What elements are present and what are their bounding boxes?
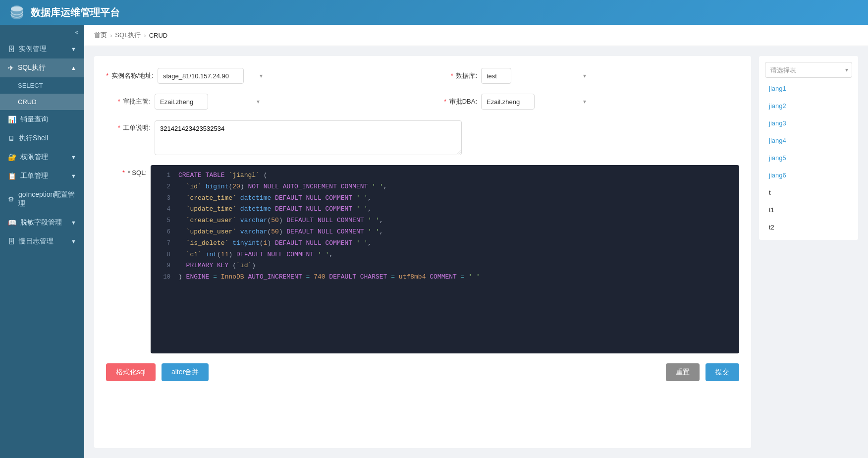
table-list-item-jiang4[interactable]: jiang4 bbox=[765, 134, 852, 147]
field-dba: * 审批DBA: Ezail.zheng bbox=[433, 94, 739, 110]
sidebar-item-label: 销量查询 bbox=[20, 115, 48, 124]
sidebar-item-shell[interactable]: 🖥 执行Shell bbox=[0, 129, 84, 148]
chevron-icon: ▼ bbox=[71, 173, 76, 179]
chart-icon: 📊 bbox=[8, 115, 16, 123]
breadcrumb-home[interactable]: 首页 bbox=[94, 31, 107, 40]
chevron-icon: ▼ bbox=[71, 154, 76, 160]
sidebar-item-label: 脱敏字段管理 bbox=[20, 218, 62, 227]
table-list-item-jiang6[interactable]: jiang6 bbox=[765, 169, 852, 182]
alter-merge-button[interactable]: alter合并 bbox=[162, 363, 209, 381]
sidebar-subitem-label: CRUD bbox=[18, 98, 37, 106]
database-select-wrapper: test bbox=[481, 68, 590, 84]
code-line: 8 `c1` int(11) DEFAULT NULL COMMENT ' ', bbox=[151, 249, 739, 261]
instance-select-wrapper: stage_81/10.157.24.90 bbox=[158, 68, 267, 84]
sidebar-item-label: 慢日志管理 bbox=[19, 237, 54, 246]
sidebar-item-label: 执行Shell bbox=[19, 134, 48, 143]
sidebar-item-sql-exec[interactable]: ✈ SQL执行 ▲ bbox=[0, 58, 84, 77]
table-filter-wrapper: 请选择表 bbox=[765, 62, 852, 78]
code-line: 4 `update_time` datetime DEFAULT NULL CO… bbox=[151, 204, 739, 215]
database-select[interactable]: test bbox=[481, 68, 511, 84]
field-workorder: * 工单说明: 321421423423532534 bbox=[106, 119, 739, 155]
terminal-icon: 🖥 bbox=[8, 134, 15, 142]
breadcrumb-sql-exec[interactable]: SQL执行 bbox=[115, 31, 141, 40]
sidebar-item-select[interactable]: SELECT bbox=[0, 77, 84, 94]
table-list-item-jiang5[interactable]: jiang5 bbox=[765, 151, 852, 165]
reset-button[interactable]: 重置 bbox=[666, 363, 700, 381]
table-list-item-t1[interactable]: t1 bbox=[765, 203, 852, 217]
submit-button[interactable]: 提交 bbox=[705, 363, 739, 381]
book-icon: 📖 bbox=[8, 219, 16, 227]
code-line: 2 `id` bigint(20) NOT NULL AUTO_INCREMEN… bbox=[151, 181, 739, 193]
approver-select-wrapper: Ezail.zheng bbox=[155, 94, 264, 110]
form-panel: * 实例名称/地址: stage_81/10.157.24.90 * 数据库 bbox=[94, 56, 751, 448]
page-content: * 实例名称/地址: stage_81/10.157.24.90 * 数据库 bbox=[84, 46, 868, 458]
svg-point-0 bbox=[11, 6, 23, 11]
sidebar-item-label: 权限管理 bbox=[20, 153, 48, 162]
code-line: 9 PRIMARY KEY (`id`) bbox=[151, 260, 739, 272]
sql-label: * * SQL: bbox=[106, 165, 151, 176]
sidebar-item-crud[interactable]: CRUD bbox=[0, 94, 84, 110]
instance-select[interactable]: stage_81/10.157.24.90 bbox=[158, 68, 244, 84]
form-row-approver: * 审批主管: Ezail.zheng * 审批DBA: bbox=[106, 94, 739, 110]
sidebar-item-label: 实例管理 bbox=[19, 45, 47, 54]
dba-select[interactable]: Ezail.zheng bbox=[481, 94, 535, 110]
table-filter-select[interactable]: 请选择表 bbox=[765, 62, 852, 78]
form-row-sql: * * SQL: 1 CREATE TABLE `jiangl` ( bbox=[106, 165, 739, 353]
form-row-instance: * 实例名称/地址: stage_81/10.157.24.90 * 数据库 bbox=[106, 68, 739, 84]
header-logo-icon bbox=[8, 3, 26, 21]
breadcrumb-crud: CRUD bbox=[149, 32, 168, 39]
right-panel: 请选择表 jiang1 jiang2 jiang3 jiang4 jiang5 … bbox=[759, 56, 858, 240]
code-line: 7 `is_delete` tinyint(1) DEFAULT NULL CO… bbox=[151, 238, 739, 249]
chevron-icon: ▼ bbox=[71, 220, 76, 226]
code-line: 10 ) ENGINE = InnoDB AUTO_INCREMENT = 74… bbox=[151, 272, 739, 283]
workorder-textarea[interactable]: 321421423423532534 bbox=[155, 120, 462, 155]
chevron-up-icon: ▲ bbox=[71, 65, 76, 71]
sidebar-item-permission[interactable]: 🔐 权限管理 ▼ bbox=[0, 148, 84, 167]
sql-icon: ✈ bbox=[8, 64, 14, 72]
database-label: * 数据库: bbox=[433, 71, 477, 80]
clipboard-icon: 📋 bbox=[8, 172, 16, 180]
action-left: 格式化sql alter合并 bbox=[106, 363, 209, 381]
table-list-item-t2[interactable]: t2 bbox=[765, 221, 852, 234]
app-title: 数据库运维管理平台 bbox=[31, 6, 120, 19]
sidebar-item-label: goInception配置管理 bbox=[18, 190, 76, 208]
sidebar-subitem-label: SELECT bbox=[18, 82, 43, 89]
log-icon: 🗄 bbox=[8, 237, 15, 245]
breadcrumb: 首页 › SQL执行 › CRUD bbox=[84, 25, 868, 46]
approver-select[interactable]: Ezail.zheng bbox=[155, 94, 208, 110]
database-icon: 🗄 bbox=[8, 45, 15, 53]
table-list-item-jiang3[interactable]: jiang3 bbox=[765, 116, 852, 130]
main-content: 首页 › SQL执行 › CRUD * 实例名称/地址: bbox=[84, 25, 868, 458]
action-right: 重置 提交 bbox=[666, 363, 739, 381]
sidebar-item-workorder[interactable]: 📋 工单管理 ▼ bbox=[0, 167, 84, 185]
workorder-label: * 工单说明: bbox=[106, 120, 151, 132]
table-list-item-jiang2[interactable]: jiang2 bbox=[765, 99, 852, 113]
format-sql-button[interactable]: 格式化sql bbox=[106, 363, 156, 381]
sidebar: « 🗄 实例管理 ▼ ✈ SQL执行 ▲ SELECT CRUD 📊 销量查询 … bbox=[0, 25, 84, 458]
dba-label: * 审批DBA: bbox=[433, 97, 477, 106]
table-list-item-t[interactable]: t bbox=[765, 186, 852, 199]
lock-icon: 🔐 bbox=[8, 153, 16, 161]
form-row-workorder: * 工单说明: 321421423423532534 bbox=[106, 119, 739, 155]
sidebar-item-instance[interactable]: 🗄 实例管理 ▼ bbox=[0, 40, 84, 58]
instance-label: * 实例名称/地址: bbox=[106, 71, 154, 80]
sidebar-item-dict-field[interactable]: 📖 脱敏字段管理 ▼ bbox=[0, 213, 84, 232]
chevron-icon: ▼ bbox=[71, 238, 76, 244]
sidebar-item-sales[interactable]: 📊 销量查询 bbox=[0, 110, 84, 129]
sidebar-item-label: 工单管理 bbox=[20, 172, 48, 180]
approver-label: * 审批主管: bbox=[106, 97, 151, 106]
sidebar-item-slow-log[interactable]: 🗄 慢日志管理 ▼ bbox=[0, 232, 84, 251]
code-line: 3 `create_time` datetime DEFAULT NULL CO… bbox=[151, 193, 739, 204]
code-line: 1 CREATE TABLE `jiangl` ( bbox=[151, 170, 739, 181]
gear-icon: ⚙ bbox=[8, 195, 14, 203]
code-line: 6 `update_user` varchar(50) DEFAULT NULL… bbox=[151, 227, 739, 238]
sidebar-item-goinception[interactable]: ⚙ goInception配置管理 bbox=[0, 185, 84, 213]
field-instance: * 实例名称/地址: stage_81/10.157.24.90 bbox=[106, 68, 413, 84]
sql-editor[interactable]: 1 CREATE TABLE `jiangl` ( 2 `id` bigint(… bbox=[151, 165, 739, 353]
sidebar-collapse-button[interactable]: « bbox=[0, 25, 84, 40]
chevron-icon: ▼ bbox=[71, 46, 76, 52]
code-line: 5 `create_user` varchar(50) DEFAULT NULL… bbox=[151, 215, 739, 227]
sidebar-item-label: SQL执行 bbox=[18, 63, 46, 72]
field-approver: * 审批主管: Ezail.zheng bbox=[106, 94, 413, 110]
table-list-item-jiang1[interactable]: jiang1 bbox=[765, 82, 852, 95]
